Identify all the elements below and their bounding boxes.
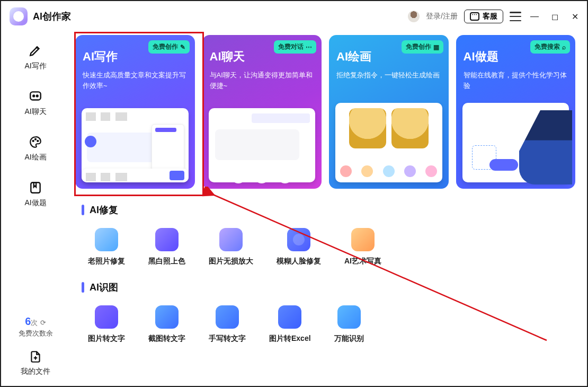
pen-icon: [28, 43, 43, 58]
login-link[interactable]: 登录/注册: [426, 12, 458, 21]
svg-rect-0: [30, 92, 41, 100]
feature-cards: 免费创作 ✎ AI写作 快速生成高质量文章和文案提升写作效率~ ··· 免费对话…: [75, 35, 575, 189]
app-name: AI创作家: [33, 10, 71, 23]
chat-icon: [28, 89, 43, 104]
kefu-button[interactable]: 客服: [464, 10, 503, 23]
card-desc: 与AI聊天，让沟通变得更加简单和便捷~: [210, 70, 315, 91]
bookmark-icon: [28, 180, 43, 195]
card-mock: [335, 103, 442, 182]
sidebar-item-label: AI聊天: [24, 107, 46, 117]
sidebar-item-writing[interactable]: AI写作: [24, 43, 46, 71]
main: 免费创作 ✎ AI写作 快速生成高质量文章和文案提升写作效率~ ··· 免费对话…: [70, 32, 587, 386]
refresh-icon[interactable]: ⟳: [40, 319, 46, 327]
tile-art-photo[interactable]: AI艺术写真: [344, 228, 381, 266]
edit-icon: ✎: [180, 43, 185, 51]
sidebar-item-label: AI绘画: [24, 153, 46, 162]
section-ocr-heading: AI识图: [82, 281, 575, 294]
free-quota: 6次 ⟳ 免费次数余: [19, 315, 53, 338]
my-files[interactable]: 我的文件: [21, 350, 50, 376]
search-icon: ⌕: [562, 43, 566, 51]
card-desc: 智能在线教育，提供个性化学习体验: [464, 70, 568, 91]
minimize-button[interactable]: —: [528, 12, 541, 21]
free-sub: 免费次数余: [19, 329, 53, 338]
tile-handwrite-text[interactable]: 手写转文字: [209, 305, 246, 344]
tile-screenshot-text[interactable]: 截图转文字: [148, 305, 185, 344]
tile-old-photo[interactable]: 老照片修复: [88, 228, 125, 266]
send-icon: [170, 171, 184, 180]
kefu-label: 客服: [483, 12, 497, 21]
close-button[interactable]: ✕: [568, 12, 582, 22]
svg-point-3: [33, 140, 34, 142]
repair-tiles: 老照片修复 黑白照上色 图片无损放大 模糊人脸修复 AI艺术写真: [75, 228, 575, 266]
excel-icon: [278, 305, 301, 329]
card-homework[interactable]: 免费搜索 ⌕ AI做题 智能在线教育，提供个性化学习体验: [456, 35, 576, 189]
card-chat[interactable]: 免费对话 ⋯ AI聊天 与AI聊天，让沟通变得更加简单和便捷~: [202, 35, 322, 189]
card-desc: 拒绝复杂指令，一键轻松生成绘画: [336, 70, 441, 81]
tile-colorize[interactable]: 黑白照上色: [148, 228, 185, 266]
menu-button[interactable]: [510, 12, 521, 21]
svg-point-1: [33, 95, 34, 97]
tile-img-excel[interactable]: 图片转Excel: [269, 305, 311, 344]
colorize-icon: [155, 228, 179, 251]
sidebar-item-homework[interactable]: AI做题: [24, 180, 46, 208]
free-num: 6: [25, 315, 31, 327]
card-paint[interactable]: 免费创作 ▦ AI绘画 拒绝复杂指令，一键轻松生成绘画: [329, 35, 449, 189]
avatar[interactable]: [408, 11, 420, 22]
sidebar-item-chat[interactable]: AI聊天: [24, 89, 46, 117]
scan-icon: [337, 305, 361, 329]
card-desc: 快速生成高质量文章和文案提升写作效率~: [83, 70, 188, 91]
card-tag: 免费创作 ✎: [148, 40, 190, 54]
face-icon: [287, 228, 310, 251]
svg-point-2: [37, 95, 38, 97]
sidebar-item-label: AI写作: [24, 61, 46, 71]
tile-face-fix[interactable]: 模糊人脸修复: [277, 228, 321, 266]
card-tag: 免费对话 ⋯: [274, 40, 316, 54]
handwrite-icon: [216, 305, 239, 329]
tile-universal[interactable]: 万能识别: [334, 305, 364, 344]
titlebar: AI创作家 登录/注册 客服 — ◻ ✕: [1, 1, 587, 32]
portrait-icon: [351, 228, 375, 251]
sidebar-item-paint[interactable]: AI绘画: [24, 135, 46, 162]
maximize-button[interactable]: ◻: [548, 12, 562, 22]
upscale-icon: [219, 228, 243, 251]
chat-icon: [470, 12, 479, 21]
tile-img-text[interactable]: 图片转文字: [88, 305, 125, 344]
palette-icon: [28, 135, 43, 149]
card-mock: [462, 103, 569, 182]
card-writing[interactable]: 免费创作 ✎ AI写作 快速生成高质量文章和文案提升写作效率~ ···: [75, 35, 195, 189]
image-icon: ▦: [433, 43, 439, 51]
section-repair-heading: AI修复: [82, 204, 575, 216]
card-tag: 免费搜索 ⌕: [530, 40, 570, 54]
my-files-label: 我的文件: [21, 367, 50, 376]
sidebar-item-label: AI做题: [24, 198, 46, 208]
sidebar: AI写作 AI聊天 AI绘画 AI做题 6次 ⟳ 免费次数余 我的文件: [1, 32, 70, 386]
svg-point-5: [37, 140, 38, 142]
ocr-tiles: 图片转文字 截图转文字 手写转文字 图片转Excel 万能识别: [75, 305, 575, 344]
photo-icon: [95, 228, 118, 251]
ocr-icon: [95, 305, 118, 329]
dots-icon: ⋯: [306, 43, 312, 51]
tile-upscale[interactable]: 图片无损放大: [209, 228, 253, 266]
svg-point-4: [35, 139, 36, 140]
app-logo: [10, 7, 28, 25]
card-tag: 免费创作 ▦: [402, 40, 443, 54]
screenshot-icon: [155, 305, 179, 329]
